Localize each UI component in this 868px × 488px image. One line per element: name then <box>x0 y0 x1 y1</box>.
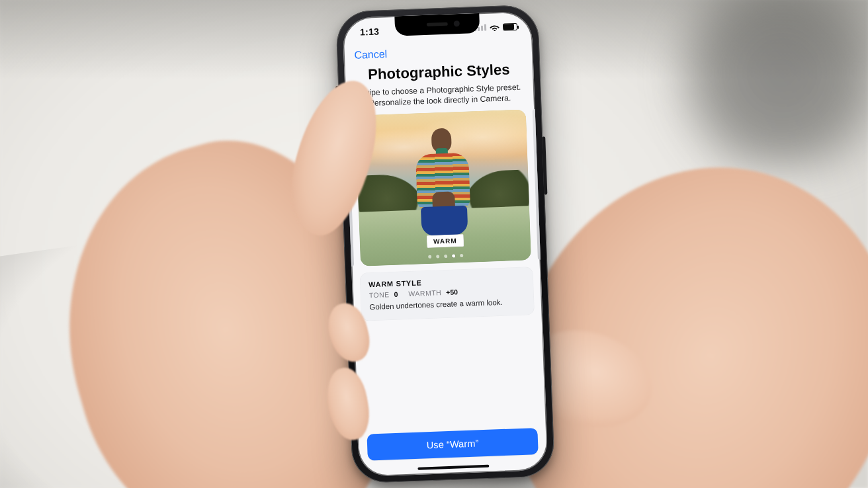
wifi-icon <box>490 23 499 31</box>
background-blur-object <box>643 0 868 172</box>
screen: 1:13 Cancel Photographic Styles Swipe to… <box>342 11 548 477</box>
status-indicators <box>474 22 517 31</box>
display-notch <box>394 13 480 36</box>
page-dot-active <box>452 255 455 258</box>
use-style-button[interactable]: Use “Warm” <box>367 428 538 460</box>
warmth-label: WARMTH <box>408 288 441 298</box>
page-dot <box>428 255 431 259</box>
style-preview-card[interactable]: WARM <box>355 110 531 266</box>
page-dot <box>436 255 439 259</box>
status-time: 1:13 <box>360 26 379 37</box>
page-subtitle: Swipe to choose a Photographic Style pre… <box>354 81 525 109</box>
page-title: Photographic Styles <box>353 60 525 83</box>
cta-area: Use “Warm” <box>367 428 538 460</box>
warmth-value: +50 <box>446 288 458 297</box>
warmth-param: WARMTH +50 <box>408 288 458 298</box>
cancel-button[interactable]: Cancel <box>354 48 387 61</box>
style-chip: WARM <box>427 234 464 248</box>
tone-label: TONE <box>369 290 390 299</box>
style-info-card: WARM STYLE TONE 0 WARMTH +50 Golden unde… <box>360 266 535 321</box>
tone-value: 0 <box>394 290 398 298</box>
page-dot <box>444 255 447 258</box>
home-indicator[interactable] <box>417 464 489 469</box>
preview-subject <box>410 127 477 240</box>
page-dot <box>460 254 463 257</box>
style-description: Golden undertones create a warm look. <box>369 298 525 311</box>
tone-param: TONE 0 <box>369 290 398 300</box>
battery-icon <box>503 22 517 30</box>
